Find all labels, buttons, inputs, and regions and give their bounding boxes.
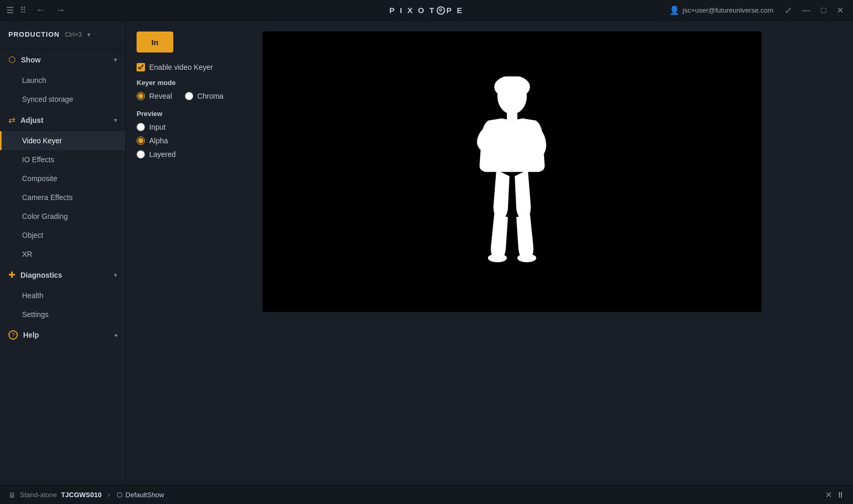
keyer-mode-chroma-option[interactable]: Chroma [185, 92, 224, 100]
help-section-icon: ? [8, 330, 18, 340]
sidebar-item-xr[interactable]: XR [0, 245, 126, 264]
statusbar-right: ✕ ⏸ [825, 490, 845, 500]
preview-layered-label: Layered [149, 150, 176, 159]
keyer-mode-section: Keyer mode Reveal Chroma [137, 79, 242, 100]
sidebar-item-health[interactable]: Health [0, 286, 126, 305]
sidebar-item-video-keyer[interactable]: Video Keyer [0, 131, 126, 150]
production-shortcut: Ctrl+3 [65, 31, 81, 38]
keyer-mode-reveal-label: Reveal [149, 92, 172, 100]
help-chevron-icon: ◂ [114, 331, 117, 339]
logo-gear-icon: ⚙ [437, 6, 445, 15]
sidebar-section-adjust[interactable]: ⇄ Adjust ▾ [0, 109, 126, 131]
app-logo: P I X O T ⚙ P E [389, 6, 463, 15]
preview-label: Preview [137, 110, 242, 118]
sidebar-item-io-effects[interactable]: IO Effects [0, 150, 126, 169]
statusbar-arrow: › [108, 491, 110, 499]
titlebar-right: 👤 jsc+user@futureuniverse.com ⤢ — □ ✕ [669, 4, 847, 16]
user-icon: 👤 [669, 5, 680, 15]
preview-options: Input Alpha Layered [137, 123, 242, 159]
preview-layered-option[interactable]: Layered [137, 150, 242, 159]
sidebar-item-synced-storage[interactable]: Synced storage [0, 90, 126, 109]
nav-forward-button[interactable]: → [53, 4, 68, 17]
diagnostics-chevron-icon: ▾ [114, 271, 117, 279]
silhouette-container [460, 77, 565, 267]
preview-canvas-container [263, 32, 842, 312]
keyer-mode-label: Keyer mode [137, 79, 242, 87]
statusbar-close-button[interactable]: ✕ [825, 490, 832, 500]
production-label: PRODUCTION [8, 30, 59, 38]
logo-text-2: P E [446, 6, 464, 15]
keyer-mode-chroma-radio[interactable] [185, 92, 193, 100]
sidebar-item-settings[interactable]: Settings [0, 305, 126, 324]
preview-input-label: Input [149, 123, 165, 131]
statusbar-standalone-label: Stand-alone [20, 491, 57, 499]
help-section-label: Help [23, 331, 109, 339]
statusbar: 🖥 Stand-alone TJCGWS010 › ⬡ DefaultShow … [0, 485, 853, 504]
preview-input-radio[interactable] [137, 123, 145, 131]
diagnostics-section-label: Diagnostics [20, 271, 109, 279]
sidebar-section-diagnostics[interactable]: ✚ Diagnostics ▾ [0, 264, 126, 286]
nav-back-button[interactable]: ← [33, 4, 48, 17]
preview-section: Preview Input Alpha Layered [137, 110, 242, 159]
main-layout: PRODUCTION Ctrl+3 ▾ ⬡ Show ▾ Launch Sync… [0, 21, 853, 485]
content-row: In Enable video Keyer Keyer mode Reveal [137, 32, 842, 312]
maximize-button[interactable]: □ [818, 5, 829, 16]
sidebar-item-color-grading[interactable]: Color Grading [0, 207, 126, 226]
enable-video-keyer-checkbox[interactable] [137, 63, 145, 71]
svg-point-3 [488, 254, 507, 262]
svg-rect-2 [507, 112, 517, 121]
adjust-section-icon: ⇄ [8, 115, 15, 125]
sidebar-item-camera-effects[interactable]: Camera Effects [0, 188, 126, 207]
enable-video-keyer-label: Enable video Keyer [149, 63, 213, 71]
logo-text: P I X O T [389, 6, 435, 15]
svg-point-1 [494, 77, 530, 99]
video-preview [263, 32, 762, 312]
statusbar-left: 🖥 Stand-alone TJCGWS010 › ⬡ DefaultShow [8, 491, 164, 499]
grid-icon[interactable]: ⠿ [20, 5, 26, 15]
close-button[interactable]: ✕ [834, 4, 847, 16]
preview-alpha-radio[interactable] [137, 136, 145, 145]
keyer-mode-chroma-label: Chroma [197, 92, 224, 100]
titlebar-nav: ← → [33, 4, 68, 17]
production-dropdown-icon[interactable]: ▾ [87, 31, 90, 38]
sidebar-item-launch[interactable]: Launch [0, 71, 126, 90]
menu-icon[interactable]: ☰ [6, 5, 14, 15]
window-controls: ⤢ — □ ✕ [782, 4, 847, 16]
statusbar-pause-button[interactable]: ⏸ [836, 490, 845, 500]
minimize-button[interactable]: — [799, 5, 814, 16]
preview-input-option[interactable]: Input [137, 123, 242, 131]
controls-panel: In Enable video Keyer Keyer mode Reveal [137, 32, 242, 312]
enable-video-keyer-row: Enable video Keyer [137, 63, 242, 71]
adjust-chevron-icon: ▾ [114, 117, 117, 124]
show-section-icon: ⬡ [8, 55, 16, 65]
sidebar: PRODUCTION Ctrl+3 ▾ ⬡ Show ▾ Launch Sync… [0, 21, 126, 485]
production-header[interactable]: PRODUCTION Ctrl+3 ▾ [0, 21, 126, 48]
diagnostics-section-icon: ✚ [8, 270, 15, 280]
statusbar-monitor-icon: 🖥 [8, 491, 16, 499]
sidebar-section-help[interactable]: ? Help ◂ [0, 324, 126, 346]
keyer-mode-reveal-radio[interactable] [137, 92, 145, 100]
preview-alpha-option[interactable]: Alpha [137, 136, 242, 145]
sidebar-item-object[interactable]: Object [0, 226, 126, 245]
statusbar-show: ⬡ DefaultShow [117, 491, 164, 499]
show-chevron-icon: ▾ [114, 56, 117, 64]
fullscreen-button[interactable]: ⤢ [782, 4, 795, 16]
sidebar-section-show[interactable]: ⬡ Show ▾ [0, 48, 126, 71]
user-email: jsc+user@futureuniverse.com [683, 6, 774, 14]
svg-point-4 [517, 254, 536, 262]
user-info: 👤 jsc+user@futureuniverse.com [669, 5, 774, 15]
in-button[interactable]: In [137, 32, 173, 52]
show-section-label: Show [21, 56, 109, 64]
adjust-section-label: Adjust [20, 116, 109, 124]
sidebar-item-composite[interactable]: Composite [0, 169, 126, 188]
statusbar-show-name: DefaultShow [126, 491, 164, 499]
keyer-mode-reveal-option[interactable]: Reveal [137, 92, 172, 100]
preview-layered-radio[interactable] [137, 150, 145, 159]
content-area: In Enable video Keyer Keyer mode Reveal [126, 21, 853, 485]
keyer-mode-radio-group: Reveal Chroma [137, 92, 242, 100]
statusbar-machine-id: TJCGWS010 [61, 491, 101, 499]
human-silhouette-svg [460, 77, 565, 266]
titlebar: ☰ ⠿ ← → P I X O T ⚙ P E 👤 jsc+user@futur… [0, 0, 853, 21]
preview-alpha-label: Alpha [149, 136, 168, 145]
titlebar-left: ☰ ⠿ ← → [6, 4, 68, 17]
